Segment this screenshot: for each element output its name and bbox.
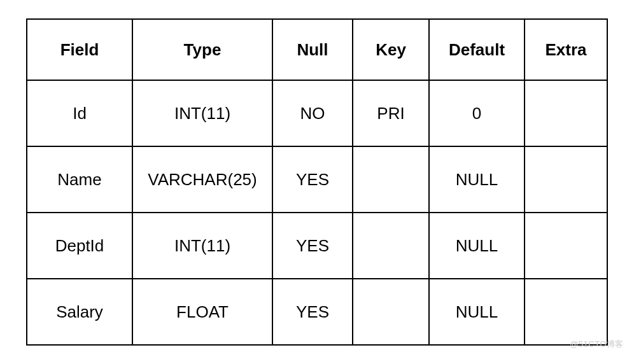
schema-table-container: Field Type Null Key Default Extra Id INT…	[3, 6, 631, 358]
cell-type: FLOAT	[132, 279, 272, 345]
cell-null: YES	[272, 146, 353, 213]
watermark-text: @51CTO博客	[570, 339, 624, 350]
col-header-null: Null	[272, 19, 353, 80]
cell-field: Salary	[27, 279, 132, 345]
cell-extra	[525, 80, 607, 146]
col-header-key: Key	[353, 19, 429, 80]
col-header-field: Field	[27, 19, 132, 80]
col-header-default: Default	[429, 19, 525, 80]
cell-type: INT(11)	[132, 80, 272, 146]
cell-field: DeptId	[27, 213, 132, 279]
cell-default: NULL	[429, 279, 525, 345]
cell-null: YES	[272, 279, 353, 345]
schema-table: Field Type Null Key Default Extra Id INT…	[26, 18, 608, 346]
cell-key: PRI	[353, 80, 429, 146]
cell-key	[353, 213, 429, 279]
cell-extra	[525, 213, 607, 279]
table-row: Name VARCHAR(25) YES NULL	[27, 146, 607, 213]
col-header-type: Type	[132, 19, 272, 80]
cell-default: NULL	[429, 146, 525, 213]
table-row: DeptId INT(11) YES NULL	[27, 213, 607, 279]
cell-key	[353, 279, 429, 345]
table-row: Id INT(11) NO PRI 0	[27, 80, 607, 146]
cell-default: NULL	[429, 213, 525, 279]
table-header-row: Field Type Null Key Default Extra	[27, 19, 607, 80]
cell-field: Name	[27, 146, 132, 213]
cell-extra	[525, 146, 607, 213]
cell-type: INT(11)	[132, 213, 272, 279]
cell-null: YES	[272, 213, 353, 279]
col-header-extra: Extra	[525, 19, 607, 80]
cell-type: VARCHAR(25)	[132, 146, 272, 213]
cell-field: Id	[27, 80, 132, 146]
cell-null: NO	[272, 80, 353, 146]
cell-extra	[525, 279, 607, 345]
cell-default: 0	[429, 80, 525, 146]
cell-key	[353, 146, 429, 213]
table-row: Salary FLOAT YES NULL	[27, 279, 607, 345]
